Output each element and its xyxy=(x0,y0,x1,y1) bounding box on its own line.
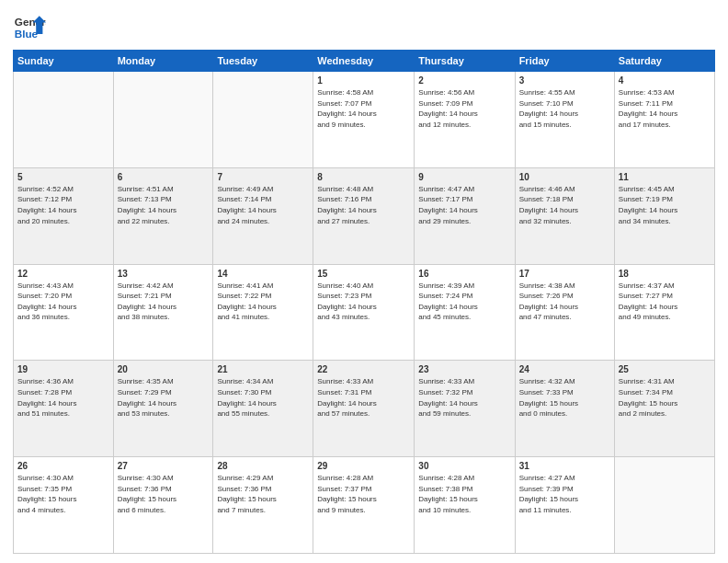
day-number: 9 xyxy=(418,172,510,182)
page: General Blue SundayMondayTuesdayWednesda… xyxy=(0,0,728,563)
day-number: 18 xyxy=(619,269,711,279)
calendar-cell: 1Sunrise: 4:58 AM Sunset: 7:07 PM Daylig… xyxy=(313,72,415,168)
day-number: 13 xyxy=(118,269,210,279)
day-info: Sunrise: 4:40 AM Sunset: 7:23 PM Dayligh… xyxy=(317,281,410,323)
day-number: 12 xyxy=(17,269,109,279)
day-info: Sunrise: 4:33 AM Sunset: 7:31 PM Dayligh… xyxy=(317,376,410,419)
calendar-cell: 15Sunrise: 4:40 AM Sunset: 7:23 PM Dayli… xyxy=(313,264,415,361)
calendar-cell: 21Sunrise: 4:34 AM Sunset: 7:30 PM Dayli… xyxy=(213,361,313,457)
day-number: 8 xyxy=(317,172,410,182)
calendar-cell: 30Sunrise: 4:28 AM Sunset: 7:38 PM Dayli… xyxy=(415,457,515,554)
day-number: 29 xyxy=(317,461,410,471)
weekday-saturday: Saturday xyxy=(614,51,714,72)
day-info: Sunrise: 4:47 AM Sunset: 7:17 PM Dayligh… xyxy=(418,184,510,226)
day-number: 11 xyxy=(619,172,711,182)
day-number: 2 xyxy=(418,75,510,86)
day-info: Sunrise: 4:52 AM Sunset: 7:12 PM Dayligh… xyxy=(17,184,109,226)
calendar-cell: 9Sunrise: 4:47 AM Sunset: 7:17 PM Daylig… xyxy=(415,167,515,264)
header: General Blue xyxy=(13,9,715,42)
logo: General Blue xyxy=(13,9,46,42)
day-info: Sunrise: 4:32 AM Sunset: 7:33 PM Dayligh… xyxy=(519,376,610,419)
day-info: Sunrise: 4:30 AM Sunset: 7:35 PM Dayligh… xyxy=(17,473,109,515)
svg-text:Blue: Blue xyxy=(15,28,39,40)
day-number: 24 xyxy=(519,364,610,374)
day-number: 26 xyxy=(17,461,109,471)
day-number: 3 xyxy=(519,75,610,86)
day-info: Sunrise: 4:36 AM Sunset: 7:28 PM Dayligh… xyxy=(17,376,109,419)
calendar-cell: 4Sunrise: 4:53 AM Sunset: 7:11 PM Daylig… xyxy=(614,72,714,168)
calendar-cell: 20Sunrise: 4:35 AM Sunset: 7:29 PM Dayli… xyxy=(113,361,213,457)
day-info: Sunrise: 4:56 AM Sunset: 7:09 PM Dayligh… xyxy=(418,87,510,130)
calendar-cell: 13Sunrise: 4:42 AM Sunset: 7:21 PM Dayli… xyxy=(113,264,213,361)
calendar-cell xyxy=(614,457,714,554)
calendar-cell: 12Sunrise: 4:43 AM Sunset: 7:20 PM Dayli… xyxy=(14,264,114,361)
calendar-cell: 7Sunrise: 4:49 AM Sunset: 7:14 PM Daylig… xyxy=(213,167,313,264)
calendar-cell: 19Sunrise: 4:36 AM Sunset: 7:28 PM Dayli… xyxy=(14,361,114,457)
weekday-friday: Friday xyxy=(515,51,614,72)
day-info: Sunrise: 4:28 AM Sunset: 7:38 PM Dayligh… xyxy=(418,473,510,515)
weekday-thursday: Thursday xyxy=(415,51,515,72)
day-info: Sunrise: 4:31 AM Sunset: 7:34 PM Dayligh… xyxy=(619,376,711,419)
day-number: 1 xyxy=(317,75,410,86)
day-number: 21 xyxy=(217,364,309,374)
day-number: 22 xyxy=(317,364,410,374)
day-info: Sunrise: 4:48 AM Sunset: 7:16 PM Dayligh… xyxy=(317,184,410,226)
day-info: Sunrise: 4:51 AM Sunset: 7:13 PM Dayligh… xyxy=(118,184,210,226)
day-number: 20 xyxy=(118,364,210,374)
day-number: 5 xyxy=(17,172,109,182)
calendar-cell xyxy=(14,72,114,168)
calendar-week-1: 1Sunrise: 4:58 AM Sunset: 7:07 PM Daylig… xyxy=(14,72,715,168)
day-info: Sunrise: 4:43 AM Sunset: 7:20 PM Dayligh… xyxy=(17,281,109,323)
day-info: Sunrise: 4:33 AM Sunset: 7:32 PM Dayligh… xyxy=(418,376,510,419)
calendar-cell: 25Sunrise: 4:31 AM Sunset: 7:34 PM Dayli… xyxy=(614,361,714,457)
calendar-cell: 3Sunrise: 4:55 AM Sunset: 7:10 PM Daylig… xyxy=(515,72,614,168)
calendar-cell: 16Sunrise: 4:39 AM Sunset: 7:24 PM Dayli… xyxy=(415,264,515,361)
day-info: Sunrise: 4:58 AM Sunset: 7:07 PM Dayligh… xyxy=(317,87,410,130)
weekday-monday: Monday xyxy=(113,51,213,72)
calendar-cell xyxy=(213,72,313,168)
calendar-cell: 10Sunrise: 4:46 AM Sunset: 7:18 PM Dayli… xyxy=(515,167,614,264)
day-info: Sunrise: 4:29 AM Sunset: 7:36 PM Dayligh… xyxy=(217,473,309,515)
calendar-cell: 2Sunrise: 4:56 AM Sunset: 7:09 PM Daylig… xyxy=(415,72,515,168)
day-number: 4 xyxy=(619,75,711,86)
day-number: 6 xyxy=(118,172,210,182)
day-number: 15 xyxy=(317,269,410,279)
day-info: Sunrise: 4:35 AM Sunset: 7:29 PM Dayligh… xyxy=(118,376,210,419)
day-number: 30 xyxy=(418,461,510,471)
weekday-wednesday: Wednesday xyxy=(313,51,415,72)
day-info: Sunrise: 4:53 AM Sunset: 7:11 PM Dayligh… xyxy=(619,87,711,130)
weekday-sunday: Sunday xyxy=(14,51,114,72)
calendar-cell: 29Sunrise: 4:28 AM Sunset: 7:37 PM Dayli… xyxy=(313,457,415,554)
weekday-header-row: SundayMondayTuesdayWednesdayThursdayFrid… xyxy=(14,51,715,72)
day-info: Sunrise: 4:30 AM Sunset: 7:36 PM Dayligh… xyxy=(118,473,210,515)
day-info: Sunrise: 4:42 AM Sunset: 7:21 PM Dayligh… xyxy=(118,281,210,323)
calendar-week-3: 12Sunrise: 4:43 AM Sunset: 7:20 PM Dayli… xyxy=(14,264,715,361)
day-info: Sunrise: 4:28 AM Sunset: 7:37 PM Dayligh… xyxy=(317,473,410,515)
day-number: 25 xyxy=(619,364,711,374)
day-info: Sunrise: 4:27 AM Sunset: 7:39 PM Dayligh… xyxy=(519,473,610,515)
day-number: 16 xyxy=(418,269,510,279)
day-info: Sunrise: 4:45 AM Sunset: 7:19 PM Dayligh… xyxy=(619,184,711,226)
calendar-cell: 14Sunrise: 4:41 AM Sunset: 7:22 PM Dayli… xyxy=(213,264,313,361)
day-number: 27 xyxy=(118,461,210,471)
calendar-cell: 6Sunrise: 4:51 AM Sunset: 7:13 PM Daylig… xyxy=(113,167,213,264)
day-number: 19 xyxy=(17,364,109,374)
logo-icon: General Blue xyxy=(13,9,46,42)
calendar-cell: 27Sunrise: 4:30 AM Sunset: 7:36 PM Dayli… xyxy=(113,457,213,554)
calendar-cell: 8Sunrise: 4:48 AM Sunset: 7:16 PM Daylig… xyxy=(313,167,415,264)
calendar-cell: 24Sunrise: 4:32 AM Sunset: 7:33 PM Dayli… xyxy=(515,361,614,457)
day-info: Sunrise: 4:37 AM Sunset: 7:27 PM Dayligh… xyxy=(619,281,711,323)
day-number: 10 xyxy=(519,172,610,182)
calendar-cell: 28Sunrise: 4:29 AM Sunset: 7:36 PM Dayli… xyxy=(213,457,313,554)
day-number: 23 xyxy=(418,364,510,374)
calendar-cell: 18Sunrise: 4:37 AM Sunset: 7:27 PM Dayli… xyxy=(614,264,714,361)
calendar-table: SundayMondayTuesdayWednesdayThursdayFrid… xyxy=(13,50,715,554)
day-number: 14 xyxy=(217,269,309,279)
calendar-cell: 31Sunrise: 4:27 AM Sunset: 7:39 PM Dayli… xyxy=(515,457,614,554)
calendar-cell: 22Sunrise: 4:33 AM Sunset: 7:31 PM Dayli… xyxy=(313,361,415,457)
calendar-cell: 26Sunrise: 4:30 AM Sunset: 7:35 PM Dayli… xyxy=(14,457,114,554)
calendar-cell: 11Sunrise: 4:45 AM Sunset: 7:19 PM Dayli… xyxy=(614,167,714,264)
day-number: 31 xyxy=(519,461,610,471)
day-info: Sunrise: 4:39 AM Sunset: 7:24 PM Dayligh… xyxy=(418,281,510,323)
weekday-tuesday: Tuesday xyxy=(213,51,313,72)
